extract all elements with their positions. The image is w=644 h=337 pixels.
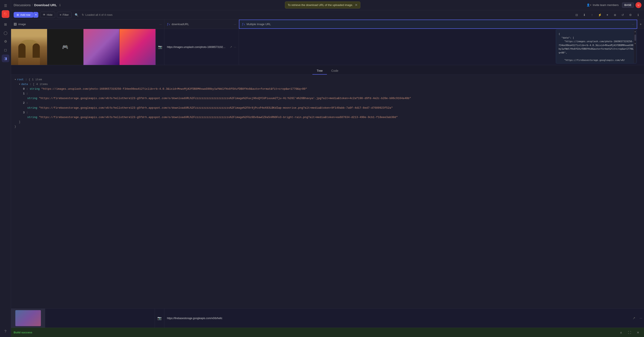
tab-tree[interactable]: Tree <box>312 67 327 74</box>
item1-colon: : <box>25 92 30 96</box>
build-expand-btn[interactable]: ⛶ <box>626 329 633 336</box>
external-link-icon[interactable]: ↗ <box>230 45 232 48</box>
item3-key: 3 <box>23 110 25 115</box>
info-icon[interactable]: ℹ <box>60 4 60 7</box>
sidebar-settings-icon[interactable]: ⚙ <box>2 38 9 45</box>
image-cell-row1: 🎮 📷 <box>11 29 164 65</box>
download-btn[interactable]: ⬇ <box>581 12 588 18</box>
build-close-btn[interactable]: ✕ <box>635 329 642 336</box>
bottom-download-cell: https://firebasestorage.googleapis.com/v… <box>164 309 638 328</box>
notification-close-btn[interactable]: ✕ <box>355 3 358 7</box>
download-col-label: downloadURL <box>172 22 189 26</box>
tree-root-line: ▾ root : { 1 item <box>14 77 640 82</box>
view-toggle-btn[interactable]: ⊟ <box>573 12 580 18</box>
tree-item3-value: string "https://firebasestorage.googleap… <box>14 115 640 120</box>
info-btn[interactable]: ℹ <box>635 12 642 18</box>
item0-colon: : <box>25 87 30 92</box>
notification-bar: To retrieve the download URL of the uplo… <box>285 2 360 8</box>
item1-space <box>37 96 39 101</box>
multiple-col-icon: ƒ𝑥 <box>242 22 245 26</box>
sidebar-folder-icon[interactable]: ◻ <box>2 46 9 54</box>
breadcrumb-parent: Discussions <box>14 3 31 7</box>
image-col-icon: 🖼 <box>14 22 16 26</box>
build-collapse-btn[interactable]: ∧ <box>618 329 624 336</box>
camera-icon-row1[interactable]: 📷 <box>156 29 164 65</box>
item2-space <box>37 106 39 110</box>
bottom-menu[interactable]: ··· <box>638 309 644 328</box>
download-col-icon: ƒ𝑥 <box>167 22 170 26</box>
build-bar: Build success ∧ ⛶ ✕ <box>11 328 644 337</box>
scroll-down-arrow[interactable]: ▼ <box>634 42 637 46</box>
sidebar-grid-icon[interactable]: ⊞ <box>2 20 9 28</box>
sidebar-active-icon[interactable]: ◨ <box>2 54 9 62</box>
add-row-dropdown[interactable]: ▾ <box>34 12 38 18</box>
item2-type: string <box>27 106 37 110</box>
camera-icon-bottom[interactable]: 📷 <box>154 309 164 328</box>
add-row-button[interactable]: ⊞ Add row <box>14 12 34 18</box>
multiple-col-menu[interactable]: ··· <box>632 22 634 26</box>
sync-icon: ↻ <box>82 13 84 16</box>
sidebar-user-icon[interactable]: ◯ <box>2 29 9 37</box>
filter-button[interactable]: ≡ Filter <box>57 12 71 18</box>
hide-button[interactable]: 👁 Hide <box>40 12 55 18</box>
add-column-btn[interactable]: + <box>637 20 644 29</box>
bottom-spacer <box>45 309 154 328</box>
bottom-download-url: https://firebasestorage.googleapis.com/v… <box>167 317 632 320</box>
share-btn[interactable]: ↑ <box>589 12 596 18</box>
tree-close-obj: } <box>14 124 640 129</box>
item2-key: 2 <box>23 101 25 106</box>
multiple-column-header: ƒ𝑥 Multiple Image URL ··· { "data": [ "h… <box>239 20 637 29</box>
data-toggle[interactable]: ▾ <box>19 82 20 87</box>
sidebar-brand-icon[interactable]: 🔴 <box>2 10 9 18</box>
search-button[interactable]: 🔍 <box>73 12 80 18</box>
hide-icon: 👁 <box>43 13 46 16</box>
ai-btn[interactable]: ✦ <box>604 12 611 18</box>
item1-value: "https://firebasestorage.googleapis.com/… <box>39 96 411 101</box>
breadcrumb: Discussions / Download URL <box>14 3 57 7</box>
url-popup: { "data": [ "https://images.unsplash.com… <box>556 30 637 64</box>
root-toggle[interactable]: ▾ <box>14 77 16 82</box>
gear-btn[interactable]: ⚙ <box>627 12 634 18</box>
copy-icon[interactable]: ··· <box>234 45 236 48</box>
sidebar-menu-icon[interactable]: ☰ <box>2 2 9 9</box>
hide-label: Hide <box>47 13 52 16</box>
build-status: Build success <box>14 331 32 334</box>
avatar[interactable]: U <box>636 2 642 8</box>
bottom-image-cell: 📷 <box>11 309 164 328</box>
image-col-menu[interactable]: ··· <box>159 22 162 26</box>
field-btn[interactable]: ⊕ <box>612 12 618 18</box>
webhook-btn[interactable]: ⚡ <box>596 12 603 18</box>
scroll-thumb[interactable] <box>634 34 636 41</box>
topbar: Discussions / Download URL ℹ To retrieve… <box>11 0 644 10</box>
bottom-external-link-icon[interactable]: ↗ <box>632 316 635 320</box>
scroll-up-arrow[interactable]: ▲ <box>634 30 637 34</box>
item2-value: "https://firebasestorage.googleapis.com/… <box>39 106 393 110</box>
notification-text: To retrieve the download URL of the uplo… <box>288 4 353 6</box>
data-key: data <box>21 82 28 87</box>
tree-item1-value: string "https://firebasestorage.googleap… <box>14 96 640 101</box>
root-colon: : { <box>24 77 32 82</box>
item0-key: 0 <box>23 87 25 92</box>
table-row: 🎮 📷 https://images.unsplash.com/photo-16… <box>11 29 644 65</box>
refresh-btn[interactable]: ↺ <box>619 12 626 18</box>
breadcrumb-current: Download URL <box>34 3 57 7</box>
root-key: root <box>17 77 24 82</box>
item3-type: string <box>27 115 37 120</box>
toolbar-right: ⊟ ⬇ ↑ ⚡ ✦ ⊕ ↺ ⚙ ℹ <box>573 12 642 18</box>
filter-icon: ≡ <box>60 13 61 16</box>
item0-space <box>40 87 41 92</box>
sidebar-help-icon[interactable]: ? <box>2 328 9 335</box>
tab-code[interactable]: Code <box>327 67 342 74</box>
invite-icon: 👤+ <box>586 4 592 6</box>
loaded-text: ↻ Loaded all 4 of 4 rows <box>82 13 112 16</box>
popup-scrollbar[interactable]: ▲ ▼ <box>634 30 636 63</box>
download-url-text-row1: https://images.unsplash.com/photo-166965… <box>167 46 229 48</box>
base-badge[interactable]: BASE <box>622 2 634 8</box>
download-col-menu[interactable]: ··· <box>234 22 236 26</box>
invite-button[interactable]: 👤+ Invite team members <box>585 2 620 8</box>
item0-type: string <box>30 87 40 92</box>
bottom-thumb <box>11 309 45 328</box>
bottom-row: 📷 https://firebasestorage.googleapis.com… <box>11 308 644 328</box>
tree-item1: 1 : <box>14 92 640 96</box>
close-brace: } <box>14 124 16 129</box>
